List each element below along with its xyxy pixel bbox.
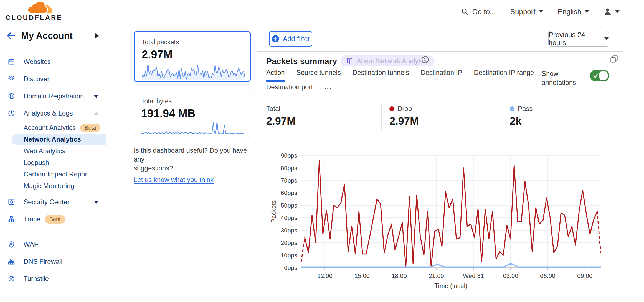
sidebar-item-dns-firewall[interactable]: DNS Firewall: [0, 253, 106, 270]
total-bytes-value: 191.94 MB: [141, 107, 244, 120]
y-tick-label: 0pps: [284, 264, 297, 271]
sidebar: My Account WebsitesDiscoverDomain Regist…: [0, 23, 106, 302]
feedback-line2: suggestions?: [134, 164, 256, 173]
chevron-up-icon: [94, 112, 99, 115]
sidebar-item-waf[interactable]: WAF: [0, 236, 106, 253]
lightbulb-icon: [8, 75, 15, 83]
stat-divider: [381, 103, 382, 130]
feedback-link[interactable]: Let us know what you think: [134, 176, 214, 184]
sidebar-item-web-analytics[interactable]: Web Analytics: [0, 145, 106, 157]
drop-series-line: [301, 238, 305, 262]
y-tick-label: 50pps: [281, 202, 297, 209]
stat-drop-label: Drop: [397, 105, 412, 112]
tab-destination-port[interactable]: Destination port: [266, 83, 313, 95]
sidebar-item-label: Carbon Impact Report: [24, 170, 89, 178]
y-tick-label: 60pps: [281, 190, 297, 196]
y-tick-label: 40pps: [281, 214, 297, 221]
total-bytes-card[interactable]: Total bytes 191.94 MB: [134, 91, 251, 137]
total-packets-sparkline: [142, 62, 245, 80]
beta-badge: Beta: [45, 215, 65, 224]
toggle-knob: [599, 71, 608, 80]
sidebar-item-trace[interactable]: TraceBeta: [0, 211, 106, 228]
packets-time-series-chart[interactable]: 0pps10pps20pps30pps40pps50pps60pps70pps8…: [267, 151, 612, 290]
stat-total: Total 2.97M: [266, 105, 296, 127]
cloudflare-cloud-icon: [26, 2, 53, 14]
sidebar-item-network-analytics[interactable]: Network Analytics: [12, 134, 106, 145]
chevron-down-icon: [94, 95, 99, 98]
sidebar-item-domain-registration[interactable]: Domain Registration: [0, 88, 106, 105]
sidebar-item-magic-monitoring[interactable]: Magic Monitoring: [0, 180, 106, 192]
total-packets-card[interactable]: Total packets 2.97M: [134, 31, 251, 82]
goto-search[interactable]: Go to...: [461, 7, 496, 16]
sidebar-item-label: Websites: [24, 58, 51, 66]
tab-action[interactable]: Action: [266, 69, 285, 82]
account-menu[interactable]: [604, 7, 620, 16]
browser-icon: [8, 58, 15, 65]
x-tick-label: 18:00: [392, 272, 407, 279]
show-annotations-toggle[interactable]: [590, 70, 609, 81]
stat-drop-value: 2.97M: [389, 115, 419, 127]
dns-tree-icon: [8, 258, 15, 265]
check-icon: [593, 73, 599, 79]
globe-icon: [8, 93, 15, 100]
pie-chart-icon: [8, 110, 15, 117]
sidebar-item-label: Trace: [24, 215, 40, 223]
sidebar-item-websites[interactable]: Websites: [0, 53, 106, 70]
stat-pass-value: 2k: [510, 115, 533, 127]
sidebar-item-label: Network Analytics: [24, 135, 81, 143]
sidebar-item-account-analytics[interactable]: Account AnalyticsBeta: [0, 122, 106, 134]
sidebar-divider: [0, 232, 106, 232]
x-tick-label: 06:00: [540, 272, 555, 279]
stat-total-value: 2.97M: [266, 115, 296, 127]
sidebar-item-label: WAF: [24, 240, 38, 248]
sidebar-item-label: Domain Registration: [24, 92, 84, 100]
cloudflare-logo[interactable]: CLOUDFLARE: [6, 1, 53, 22]
tab-destination-ip-range[interactable]: Destination IP range: [474, 69, 534, 82]
sidebar-item-label: Discover: [24, 75, 49, 83]
expand-panel-icon[interactable]: [610, 55, 618, 64]
y-tick-label: 80pps: [281, 165, 297, 172]
sidebar-item-discover[interactable]: Discover: [0, 70, 106, 88]
top-header: CLOUDFLARE Go to... Support English: [0, 0, 644, 23]
x-tick-label: 21:00: [429, 272, 444, 279]
time-range-select[interactable]: Previous 24 hours: [548, 31, 609, 47]
tab-destination-tunnels[interactable]: Destination tunnels: [353, 69, 409, 82]
tab-source-tunnels[interactable]: Source tunnels: [296, 69, 341, 82]
goto-label: Go to...: [472, 7, 496, 16]
sidebar-item-analytics-logs[interactable]: Analytics & Logs: [0, 105, 106, 122]
support-menu[interactable]: Support: [510, 7, 543, 16]
sidebar-item-label: Security Center: [24, 198, 69, 206]
stat-total-label: Total: [266, 105, 280, 112]
dimension-tabs-row2: Destination port...: [266, 83, 332, 95]
sidebar-nav: WebsitesDiscoverDomain RegistrationAnaly…: [0, 49, 106, 302]
x-axis-title: Time (local): [434, 282, 467, 290]
sidebar-item-logpush[interactable]: Logpush: [0, 157, 106, 168]
pass-series-line: [301, 264, 601, 267]
account-title: My Account: [21, 30, 73, 41]
total-packets-value: 2.97M: [142, 48, 244, 61]
drop-legend-dot: [389, 106, 394, 111]
time-range-label: Previous 24 hours: [549, 31, 600, 47]
language-menu[interactable]: English: [558, 7, 589, 16]
x-tick-label: 03:00: [503, 272, 518, 279]
back-arrow-icon[interactable]: [6, 32, 16, 40]
more-tabs-button[interactable]: ...: [324, 83, 332, 95]
trace-icon: [8, 216, 15, 223]
sidebar-item-label: DNS Firewall: [24, 258, 62, 265]
tab-destination-ip[interactable]: Destination IP: [421, 69, 462, 82]
shield-gear-icon: [8, 241, 15, 248]
safe-icon: [8, 198, 15, 206]
add-filter-button[interactable]: Add filter: [269, 31, 312, 47]
about-network-analytics-badge[interactable]: About Network Analytics: [341, 55, 434, 66]
x-tick-label: 12:00: [317, 272, 333, 279]
sidebar-item-turnstile[interactable]: Turnstile: [0, 270, 106, 287]
sidebar-item-ip-addresses[interactable]: [0, 295, 106, 302]
total-packets-label: Total packets: [142, 39, 244, 46]
sidebar-item-carbon-impact-report[interactable]: Carbon Impact Report: [0, 168, 106, 180]
pie-preview-icon[interactable]: [421, 55, 429, 64]
chevron-right-icon[interactable]: [95, 33, 99, 38]
packets-summary-panel: Packets summary About Network Analytics …: [257, 51, 623, 298]
stat-pass-label: Pass: [518, 105, 533, 112]
sidebar-item-security-center[interactable]: Security Center: [0, 193, 106, 211]
chevron-down-icon: [604, 37, 609, 40]
